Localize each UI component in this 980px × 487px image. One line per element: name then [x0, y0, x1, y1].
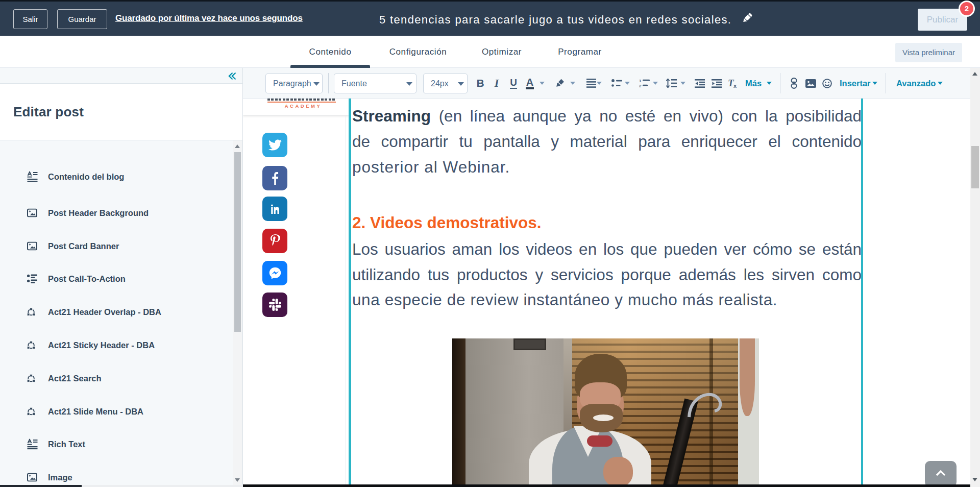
svg-text:x: x — [733, 83, 737, 88]
svg-text:2: 2 — [639, 84, 642, 88]
svg-text:1: 1 — [639, 79, 642, 83]
